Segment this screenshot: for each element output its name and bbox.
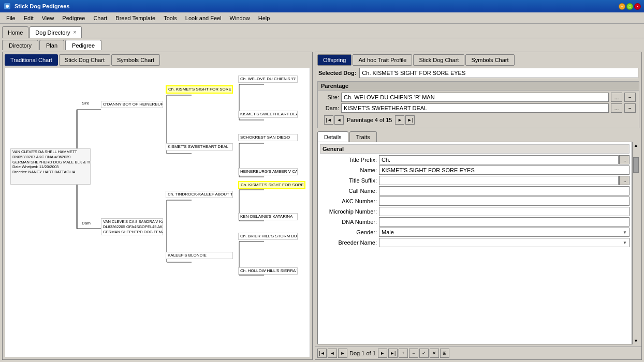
parentage-section: Parentage Sire: Ch. WELOVE DU CHIEN'S 'R… — [317, 81, 639, 128]
bottom-nav-delete[interactable]: − — [409, 349, 418, 358]
tab-symbols-right[interactable]: Symbols Chart — [465, 54, 514, 66]
sire-label: Sire: — [321, 94, 339, 100]
gender-arrow-icon: ▼ — [623, 230, 627, 235]
tab-dog-directory[interactable]: Dog Directory × — [30, 26, 82, 38]
ped-gen3-8: Ch. HOLLOW HILL'S SIERRA V CHERPA — [238, 267, 298, 275]
nav-first-btn[interactable]: |◄ — [324, 115, 333, 125]
breeder-arrow-icon: ▼ — [623, 240, 627, 245]
sire-ellipsis-btn[interactable]: ... — [611, 93, 622, 102]
menu-pedigree[interactable]: Pedigree — [58, 13, 89, 23]
title-prefix-field-wrap: Ch. ... — [379, 155, 630, 164]
menu-window[interactable]: Window — [226, 13, 254, 23]
dam-value: KISMET'S SWEETHEART DEAL — [341, 103, 609, 113]
tab-offspring[interactable]: Offspring — [317, 54, 352, 66]
close-button[interactable]: × — [634, 3, 641, 10]
ped-gen2-ss[interactable]: Ch. KISMET'S SIGHT FOR SORE EYES — [166, 85, 233, 94]
details-area: General Title Prefix: Ch. ... Name: KISM… — [317, 142, 639, 344]
nav-next-btn[interactable]: ► — [395, 115, 404, 125]
menu-view[interactable]: View — [38, 13, 58, 23]
menu-tools[interactable]: Tools — [159, 13, 181, 23]
chart-tab-stick-dog[interactable]: Stick Dog Chart — [59, 54, 110, 66]
name-row: Name: KISMET'S SIGHT FOR SORE EYES — [320, 165, 630, 175]
nav-text: Parentage 4 of 15 — [347, 117, 392, 123]
nav-prev-btn[interactable]: ◄ — [334, 115, 344, 125]
name-input[interactable]: KISMET'S SIGHT FOR SORE EYES — [379, 165, 630, 175]
scroll-thumb[interactable] — [633, 157, 639, 173]
parentage-header: Parentage — [318, 82, 639, 90]
dam-label: Dam: — [321, 105, 339, 111]
ped-gen2-sd: KISMET'S SWEETHEART DEAL — [166, 143, 233, 150]
tab-details[interactable]: Details — [317, 131, 348, 142]
microchip-input[interactable] — [379, 207, 630, 216]
nav-last-btn[interactable]: ►| — [405, 115, 415, 125]
menu-file[interactable]: File — [2, 13, 20, 23]
scroll-up-btn[interactable]: ▲ — [633, 142, 639, 149]
sub-tab-plan[interactable]: Plan — [39, 40, 64, 50]
dna-number-input[interactable] — [379, 217, 630, 227]
right-panel: Offspring Ad hoc Trait Profile Stick Dog… — [315, 52, 642, 360]
sire-minus-btn[interactable]: − — [624, 93, 636, 102]
dam-minus-btn[interactable]: − — [624, 103, 636, 113]
breeder-name-select[interactable]: ▼ — [379, 238, 630, 247]
bottom-nav-next-s[interactable]: ► — [338, 349, 347, 358]
ped-gen3-7: Ch. BRIER HILL'S STORM BUDDY — [238, 233, 298, 240]
ped-gen3-3: SCHOKREST SAN DIEGO — [238, 134, 298, 141]
main-tab-bar: Home Dog Directory × — [0, 24, 644, 38]
selected-dog-label: Selected Dog: — [318, 70, 356, 76]
call-name-input[interactable] — [379, 186, 630, 195]
bottom-nav-next2[interactable]: ► — [378, 349, 387, 358]
sub-tab-pedigree[interactable]: Pedigree — [65, 40, 101, 50]
tab-adhoc-trait[interactable]: Ad hoc Trait Profile — [353, 54, 412, 66]
menu-breed-template[interactable]: Breed Template — [111, 13, 159, 23]
breeder-name-row: Breeder Name: ▼ — [320, 238, 630, 247]
bottom-nav-cancel[interactable]: ✕ — [430, 349, 439, 358]
ped-gen3-5[interactable]: Ch. KISMET'S SIGHT FOR SORE EYES — [238, 181, 305, 189]
bottom-nav-count: Dog 1 of 1 — [349, 350, 376, 356]
chart-tab-symbols[interactable]: Symbols Chart — [111, 54, 160, 66]
microchip-row: Microchip Number: — [320, 207, 630, 216]
title-prefix-input[interactable]: Ch. — [379, 155, 619, 164]
bottom-nav-more[interactable]: ⊞ — [440, 349, 449, 358]
chart-tab-bar: Traditional Chart Stick Dog Chart Symbol… — [3, 52, 312, 66]
akc-number-input[interactable] — [379, 197, 630, 206]
dam-ellipsis-btn[interactable]: ... — [611, 103, 622, 113]
sub-tab-directory[interactable]: Directory — [2, 40, 38, 50]
tab-close-icon[interactable]: × — [74, 29, 77, 35]
sub-tab-bar: Directory Plan Pedigree — [0, 38, 644, 50]
menu-edit[interactable]: Edit — [20, 13, 38, 23]
right-tab-bar: Offspring Ad hoc Trait Profile Stick Dog… — [315, 52, 641, 66]
chart-tab-traditional[interactable]: Traditional Chart — [5, 54, 58, 66]
menu-help[interactable]: Help — [254, 13, 274, 23]
ped-gen3-4: HEINERBURG'S AMBER V CARTEL — [238, 168, 298, 175]
bottom-nav-last[interactable]: ►| — [388, 349, 398, 358]
general-header: General — [320, 144, 630, 154]
gender-select[interactable]: Male ▼ — [379, 228, 630, 237]
ped-root: VAN CLEVE'S DA SHELL HAMMETT DN05380207 … — [10, 148, 91, 185]
bottom-nav-prev[interactable]: ◄ — [328, 349, 337, 358]
menu-chart[interactable]: Chart — [89, 13, 111, 23]
menu-look-feel[interactable]: Look and Feel — [181, 13, 226, 23]
details-scrollbar[interactable]: ▲ ▼ — [632, 142, 639, 344]
title-prefix-row: Title Prefix: Ch. ... — [320, 155, 630, 164]
bottom-nav-check[interactable]: ✓ — [419, 349, 429, 358]
title-suffix-label: Title Suffix: — [320, 177, 377, 184]
tab-traits[interactable]: Traits — [349, 131, 377, 142]
call-name-row: Call Name: — [320, 186, 630, 195]
scroll-down-btn[interactable]: ▼ — [633, 337, 639, 344]
title-suffix-btn[interactable]: ... — [619, 176, 630, 185]
tab-home[interactable]: Home — [2, 26, 28, 38]
gender-label: Gender: — [320, 229, 377, 235]
main-content: Traditional Chart Stick Dog Chart Symbol… — [0, 50, 644, 362]
minimize-button[interactable]: − — [619, 3, 625, 10]
breeder-name-label: Breeder Name: — [320, 239, 377, 246]
bottom-nav-first[interactable]: |◄ — [317, 349, 327, 358]
akc-number-row: AKC Number: — [320, 197, 630, 206]
title-prefix-btn[interactable]: ... — [619, 155, 630, 164]
maximize-button[interactable]: □ — [626, 3, 633, 10]
title-suffix-input[interactable] — [379, 176, 619, 185]
ped-gen2-dd: KALEEF'S BLONDIE — [166, 252, 233, 259]
dam-row: Dam: KISMET'S SWEETHEART DEAL ... − — [321, 103, 636, 113]
menu-bar: File Edit View Pedigree Chart Breed Temp… — [0, 12, 644, 24]
tab-stick-dog-right[interactable]: Stick Dog Chart — [413, 54, 464, 66]
bottom-nav-add[interactable]: + — [399, 349, 408, 358]
